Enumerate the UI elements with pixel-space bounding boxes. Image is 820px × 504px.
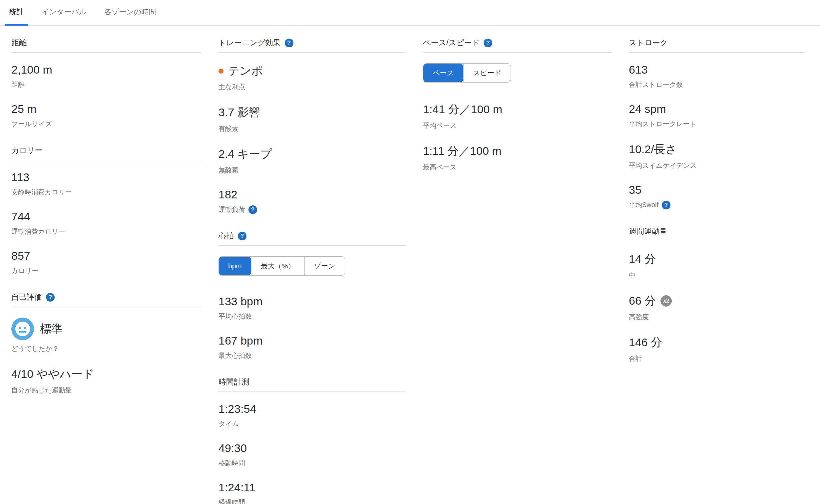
stat-moderate-minutes: 14 分 中 — [629, 252, 804, 280]
stat-vigorous-minutes: 66 分 x2 高強度 — [629, 293, 804, 322]
column-1: 距離 2,100 m 距離 25 m プールサイズ カロリー 113 安静時消費… — [11, 38, 201, 411]
section-timing: 時間計測 1:23:54 タイム 49:30 移動時間 1:24:11 経過時間 — [218, 377, 406, 504]
section-pace-speed: ペース/スピード ? ペース スピード 1:41 分／100 m 平均ペース 1… — [423, 38, 612, 172]
stat-aerobic-effect: 3.7 影響 有酸素 — [218, 105, 406, 133]
column-4: ストローク 613 合計ストローク数 24 spm 平均ストロークレート 10.… — [629, 38, 804, 380]
stat-total-distance: 2,100 m 距離 — [11, 63, 201, 89]
stats-content: 距離 2,100 m 距離 25 m プールサイズ カロリー 113 安静時消費… — [0, 26, 820, 504]
section-title-heart-rate: 心拍 — [218, 231, 234, 241]
stat-value: 10.2/長さ — [629, 142, 804, 157]
toggle-speed[interactable]: スピード — [463, 64, 511, 82]
stat-max-heart-rate: 167 bpm 最大心拍数 — [218, 334, 406, 360]
stat-value: 133 bpm — [218, 295, 406, 308]
stat-value: 標準 — [40, 321, 63, 337]
stat-label: タイム — [218, 419, 406, 428]
help-icon[interactable]: ? — [662, 201, 671, 209]
stat-value: 49:30 — [218, 442, 406, 455]
help-icon[interactable]: ? — [46, 293, 55, 302]
stat-label: 平均ペース — [423, 121, 612, 130]
stat-avg-heart-rate: 133 bpm 平均心拍数 — [218, 295, 406, 321]
stat-avg-stroke-rate: 24 spm 平均ストロークレート — [629, 103, 804, 128]
stat-label: 安静時消費カロリー — [11, 188, 201, 197]
stat-avg-swolf: 35 平均Swolf ? — [629, 183, 804, 209]
section-title-weekly-intensity: 週間運動量 — [629, 226, 667, 236]
pace-speed-toggle: ペース スピード — [423, 63, 511, 83]
stat-value: 1:41 分／100 m — [423, 102, 612, 117]
stat-moving-time: 49:30 移動時間 — [218, 442, 406, 468]
tab-time-in-zones[interactable]: 各ゾーンの時間 — [100, 7, 160, 25]
stat-value: 14 分 — [629, 252, 804, 267]
stat-anaerobic-effect: 2.4 キープ 無酸素 — [218, 146, 406, 175]
stat-value: 2,100 m — [11, 63, 201, 76]
stat-perceived-effort: 4/10 ややハード 自分が感じた運動量 — [11, 367, 201, 395]
heart-rate-unit-toggle: bpm 最大（%） ゾーン — [218, 256, 345, 276]
section-heart-rate: 心拍 ? bpm 最大（%） ゾーン 133 bpm 平均心拍数 167 bpm… — [218, 231, 406, 360]
stat-value: テンポ — [228, 63, 263, 79]
help-icon[interactable]: ? — [238, 232, 246, 240]
stat-label: 自分が感じた運動量 — [11, 386, 201, 395]
stat-active-calories: 744 運動消費カロリー — [11, 210, 201, 236]
stat-value: 1:11 分／100 m — [423, 143, 612, 159]
stat-label: 距離 — [11, 80, 201, 89]
column-3: ペース/スピード ? ペース スピード 1:41 分／100 m 平均ペース 1… — [423, 38, 612, 188]
neutral-face-icon — [11, 318, 34, 340]
stat-label: 平均Swolf — [629, 200, 659, 209]
stat-value: 4/10 ややハード — [11, 367, 201, 382]
stat-label: 平均スイムケイデンス — [629, 161, 804, 170]
section-title-timing: 時間計測 — [218, 377, 249, 387]
stat-value: 1:23:54 — [218, 402, 406, 415]
section-title-self-evaluation: 自己評価 — [11, 292, 42, 302]
stat-feeling: 標準 どうでしたか？ — [11, 318, 201, 353]
stat-label: プールサイズ — [11, 120, 201, 128]
help-icon[interactable]: ? — [285, 39, 293, 47]
section-self-evaluation: 自己評価 ? 標準 どうでしたか？ 4/10 ややハード 自分が感じた運動量 — [11, 292, 201, 395]
section-training-effect: トレーニング効果 ? テンポ 主な利点 3.7 影響 有酸素 2.4 キープ 無… — [218, 38, 406, 214]
toggle-zone[interactable]: ゾーン — [304, 257, 345, 275]
help-icon[interactable]: ? — [484, 39, 492, 47]
section-strokes: ストローク 613 合計ストローク数 24 spm 平均ストロークレート 10.… — [629, 38, 804, 209]
benefit-dot-icon — [218, 69, 223, 74]
stat-primary-benefit: テンポ 主な利点 — [218, 63, 406, 92]
stat-label: 主な利点 — [218, 83, 406, 92]
stat-label: 最高ペース — [423, 163, 612, 172]
tab-stats[interactable]: 統計 — [5, 7, 28, 25]
stat-value: 857 — [11, 249, 201, 262]
stat-value: 113 — [11, 171, 201, 184]
toggle-pace[interactable]: ペース — [423, 64, 463, 82]
section-title-distance: 距離 — [11, 38, 27, 48]
stat-label: 高強度 — [629, 313, 804, 322]
help-icon[interactable]: ? — [248, 205, 257, 214]
stat-value: 1:24:11 — [218, 481, 406, 494]
stat-label: 無酸素 — [218, 166, 406, 175]
stat-label: 移動時間 — [218, 459, 406, 468]
stat-label: 運動消費カロリー — [11, 227, 201, 236]
section-title-calories: カロリー — [11, 145, 43, 155]
stat-total-strokes: 613 合計ストローク数 — [629, 63, 804, 89]
stat-pool-size: 25 m プールサイズ — [11, 103, 201, 128]
stat-label: 最大心拍数 — [218, 351, 406, 360]
stat-value: 167 bpm — [218, 334, 406, 347]
stat-value: 744 — [11, 210, 201, 223]
tab-intervals[interactable]: インターバル — [37, 7, 91, 25]
stat-time: 1:23:54 タイム — [218, 402, 406, 428]
stat-value: 3.7 影響 — [218, 105, 406, 120]
stat-label: 合計 — [629, 354, 804, 363]
stat-total-calories: 857 カロリー — [11, 249, 201, 275]
section-distance: 距離 2,100 m 距離 25 m プールサイズ — [11, 38, 201, 128]
stat-label: 合計ストローク数 — [629, 80, 804, 89]
stat-value: 2.4 キープ — [218, 146, 406, 162]
stat-value: 182 — [218, 188, 406, 201]
toggle-bpm[interactable]: bpm — [219, 257, 251, 275]
stat-label: 平均心拍数 — [218, 312, 406, 321]
stat-exercise-load: 182 運動負荷 ? — [218, 188, 406, 214]
stat-label: 中 — [629, 271, 804, 280]
toggle-max-percent[interactable]: 最大（%） — [251, 257, 304, 275]
stat-value: 35 — [629, 183, 804, 196]
section-calories: カロリー 113 安静時消費カロリー 744 運動消費カロリー 857 カロリー — [11, 145, 201, 275]
section-weekly-intensity: 週間運動量 14 分 中 66 分 x2 高強度 146 分 合計 — [629, 226, 804, 363]
stat-label: 有酸素 — [218, 124, 406, 133]
stat-label: 平均ストロークレート — [629, 120, 804, 128]
stat-elapsed-time: 1:24:11 経過時間 — [218, 481, 406, 504]
stat-avg-pace: 1:41 分／100 m 平均ペース — [423, 102, 612, 130]
section-title-pace-speed: ペース/スピード — [423, 38, 480, 48]
